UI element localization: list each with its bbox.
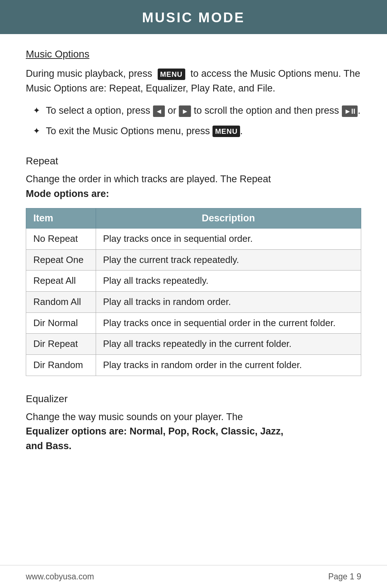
table-row: Random AllPlay all tracks in random orde…: [26, 292, 361, 313]
play-pause-button: ►II: [342, 105, 358, 117]
table-cell-item: Dir Random: [26, 355, 96, 376]
bullet-2-content: To exit the Music Options menu, press ME…: [46, 124, 243, 138]
footer-page: Page 1 9: [328, 572, 361, 582]
table-col-item: Item: [26, 208, 96, 229]
menu-button-exit: MENU: [212, 126, 240, 137]
repeat-desc-1: Change the order in which tracks are pla…: [26, 174, 271, 184]
table-cell-desc: Play all tracks in random order.: [96, 292, 361, 313]
table-row: No RepeatPlay tracks once in sequential …: [26, 229, 361, 250]
page-footer: www.cobyusa.com Page 1 9: [0, 565, 387, 588]
eq-desc-3: and Bass.: [26, 441, 72, 451]
bullet-list: ✦ To select a option, press ◄ or ► to sc…: [26, 103, 361, 144]
table-cell-item: Random All: [26, 292, 96, 313]
menu-button-inline: MENU: [158, 69, 185, 80]
table-row: Dir NormalPlay tracks once in sequential…: [26, 312, 361, 334]
table-header-row: Item Description: [26, 208, 361, 229]
table-cell-desc: Play all tracks repeatedly in the curren…: [96, 334, 361, 355]
equalizer-heading: Equalizer: [26, 393, 361, 405]
repeat-desc-2: Mode options are:: [26, 188, 109, 199]
music-options-heading: Music Options: [26, 48, 361, 66]
footer-website: www.cobyusa.com: [26, 572, 94, 582]
table-cell-item: No Repeat: [26, 229, 96, 250]
content-area: Music Options During music playback, pre…: [0, 34, 387, 565]
table-row: Dir RepeatPlay all tracks repeatedly in …: [26, 334, 361, 355]
bullet-1-content: To select a option, press ◄ or ► to scro…: [46, 103, 360, 118]
bullet-cross-icon-2: ✦: [33, 124, 40, 137]
bullet-item-1: ✦ To select a option, press ◄ or ► to sc…: [26, 103, 361, 118]
repeat-table: Item Description No RepeatPlay tracks on…: [26, 208, 361, 376]
left-arrow-button: ◄: [153, 105, 165, 117]
right-arrow-button: ►: [179, 105, 191, 117]
bullet-item-2: ✦ To exit the Music Options menu, press …: [26, 124, 361, 138]
table-cell-item: Dir Normal: [26, 312, 96, 334]
eq-desc-2: Equalizer options are: Normal, Pop, Rock…: [26, 426, 283, 437]
equalizer-section: Equalizer Change the way music sounds on…: [26, 390, 361, 461]
eq-desc-1: Change the way music sounds on your play…: [26, 411, 243, 422]
equalizer-description: Change the way music sounds on your play…: [26, 410, 361, 453]
intro-text-1: During music playback, press: [26, 68, 152, 79]
repeat-heading: Repeat: [26, 155, 361, 167]
table-row: Repeat OnePlay the current track repeate…: [26, 249, 361, 271]
table-cell-desc: Play tracks in random order in the curre…: [96, 355, 361, 376]
table-cell-desc: Play tracks once in sequential order in …: [96, 312, 361, 334]
page-header: MUSIC MODE: [0, 0, 387, 34]
table-cell-item: Repeat All: [26, 271, 96, 292]
repeat-description: Change the order in which tracks are pla…: [26, 172, 361, 201]
bullet-cross-icon-1: ✦: [33, 104, 40, 117]
music-options-title: Music Options: [26, 48, 89, 60]
table-cell-item: Dir Repeat: [26, 334, 96, 355]
table-cell-desc: Play tracks once in sequential order.: [96, 229, 361, 250]
table-row: Dir RandomPlay tracks in random order in…: [26, 355, 361, 376]
table-row: Repeat AllPlay all tracks repeatedly.: [26, 271, 361, 292]
table-cell-item: Repeat One: [26, 249, 96, 271]
table-col-description: Description: [96, 208, 361, 229]
page-title: MUSIC MODE: [142, 10, 245, 25]
table-cell-desc: Play the current track repeatedly.: [96, 249, 361, 271]
table-cell-desc: Play all tracks repeatedly.: [96, 271, 361, 292]
intro-paragraph: During music playback, press MENU to acc…: [26, 66, 361, 95]
